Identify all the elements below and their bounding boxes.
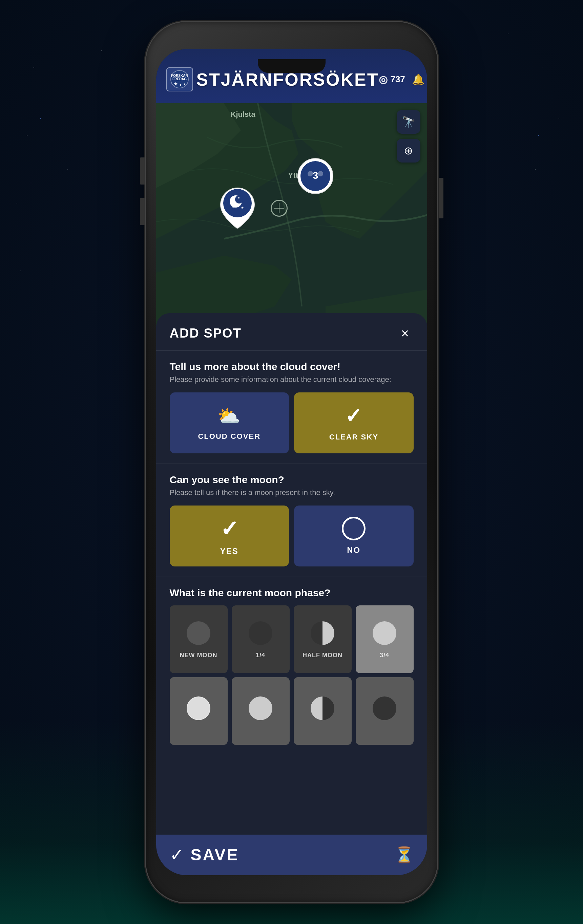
moon-no-label: NO (347, 546, 360, 555)
quarter1-moon-label: 1/4 (256, 652, 265, 659)
moon-yes-label: YES (220, 546, 238, 556)
half-moon-option[interactable]: HALF MOON (294, 606, 352, 673)
svg-text:★: ★ (231, 204, 236, 209)
location-crosshair (271, 200, 287, 217)
quarter1-moon-icon (247, 620, 274, 647)
moon-visible-section: Can you see the moon? Please tell us if … (156, 464, 427, 577)
map-controls: 🔭 ⊕ (397, 110, 420, 163)
svg-text:★: ★ (183, 82, 186, 86)
svg-text:★: ★ (174, 82, 177, 86)
power-button[interactable] (439, 178, 443, 218)
cloud-icon: ⛅ (217, 405, 241, 427)
cloud-cover-section: Tell us more about the cloud cover! Plea… (156, 351, 427, 464)
moon-phase-section: What is the current moon phase? NEW MOON (156, 577, 427, 755)
new-moon-option[interactable]: NEW MOON (170, 606, 228, 673)
header-right: ◎ 737 🔔 0 (379, 66, 427, 93)
group-pin-icon: 3 (297, 157, 334, 195)
half-moon-label: HALF MOON (302, 652, 342, 659)
moon-visible-subtitle: Please tell us if there is a moon presen… (170, 488, 414, 497)
svg-point-24 (373, 621, 396, 645)
save-label: SAVE (191, 845, 239, 864)
forskar-logo-icon: FORSKAR FREDAG ★ ★ ★ (170, 70, 189, 89)
phone-screen: FORSKAR FREDAG ★ ★ ★ STJÄRNFÖRSÖKET (156, 49, 427, 875)
save-button[interactable]: ✓ SAVE (170, 845, 239, 865)
half-waning-icon (309, 695, 336, 722)
cloud-cover-option[interactable]: ⛅ CLOUD COVER (170, 393, 289, 453)
moon-phase-question: What is the current moon phase? (170, 587, 414, 599)
group-location-pin[interactable]: 3 (297, 157, 334, 196)
svg-text:★: ★ (179, 83, 182, 87)
svg-text:3: 3 (312, 170, 318, 181)
bell-icon: 🔔 (412, 73, 424, 85)
cloud-cover-question: Tell us more about the cloud cover! (170, 361, 414, 373)
new-moon-icon (185, 620, 212, 647)
svg-point-19 (307, 171, 313, 177)
quarter3-moon-icon (371, 620, 398, 647)
svg-point-26 (187, 697, 210, 719)
quarter1-moon-option[interactable]: 1/4 (232, 606, 290, 673)
svg-point-29 (373, 696, 396, 720)
yes-check-icon: ✓ (220, 516, 238, 541)
moon-visible-toggle-group: ✓ YES NO (170, 505, 414, 566)
cloud-cover-toggle-group: ⛅ CLOUD COVER ✓ CLEAR SKY (170, 393, 414, 453)
save-bar: ✓ SAVE ⏳ (156, 835, 427, 875)
clear-sky-option[interactable]: ✓ CLEAR SKY (294, 393, 414, 453)
quarter3-waning-icon (247, 695, 274, 722)
quarter1-waning-option[interactable] (356, 677, 414, 745)
half-waning-option[interactable] (294, 677, 352, 745)
points-value: 737 (390, 74, 405, 85)
svg-point-21 (187, 621, 210, 645)
quarter3-moon-label: 3/4 (380, 652, 389, 659)
svg-text:FREDAG: FREDAG (172, 77, 186, 81)
add-spot-header: ADD SPOT × (156, 313, 427, 351)
new-moon-label: NEW MOON (180, 652, 218, 659)
clear-sky-check-icon: ✓ (345, 404, 362, 427)
quarter1-waning-icon (371, 695, 398, 722)
save-check-icon: ✓ (170, 845, 184, 865)
svg-point-20 (318, 171, 323, 177)
forskar-badge: FORSKAR FREDAG ★ ★ ★ (166, 68, 193, 91)
logo-area: FORSKAR FREDAG ★ ★ ★ (166, 68, 193, 91)
user-pin-icon: ★ ★ ★ (217, 185, 258, 229)
close-button[interactable]: × (397, 325, 414, 342)
map-area: Kjulsta Ytter ★ ★ ★ (156, 103, 427, 333)
header-stats: ◎ 737 🔔 0 (379, 66, 427, 93)
svg-point-27 (249, 696, 273, 720)
moon-phase-grid: NEW MOON 1/4 (170, 606, 414, 745)
quarter3-moon-option[interactable]: 3/4 (356, 606, 414, 673)
phone-notch (258, 59, 325, 73)
notifications-stat: 🔔 0 (412, 73, 427, 85)
points-stat: ◎ 737 (379, 73, 405, 85)
svg-text:★: ★ (241, 206, 244, 210)
map-background (156, 103, 427, 333)
volume-up-button[interactable] (140, 157, 145, 185)
points-icon: ◎ (379, 73, 388, 85)
bottom-sheet: ADD SPOT × Tell us more about the cloud … (156, 313, 427, 875)
user-location-pin[interactable]: ★ ★ ★ (217, 185, 258, 230)
hourglass-icon: ⏳ (395, 846, 414, 864)
cloud-cover-label: CLOUD COVER (198, 432, 261, 441)
map-label-kjulsta: Kjulsta (231, 110, 256, 119)
add-spot-title: ADD SPOT (170, 326, 241, 341)
cloud-cover-subtitle: Please provide some information about th… (170, 375, 414, 384)
volume-down-button[interactable] (140, 198, 145, 225)
no-circle-icon (342, 517, 365, 540)
moon-yes-option[interactable]: ✓ YES (170, 505, 289, 566)
moon-no-option[interactable]: NO (294, 505, 414, 566)
location-button[interactable]: ⊕ (397, 139, 420, 163)
quarter3-waning-option[interactable] (232, 677, 290, 745)
full-moon-option[interactable] (170, 677, 228, 745)
full-moon-icon (185, 695, 212, 722)
clear-sky-label: CLEAR SKY (329, 433, 378, 442)
binoculars-button[interactable]: 🔭 (397, 110, 420, 134)
svg-point-22 (249, 621, 273, 645)
moon-visible-question: Can you see the moon? (170, 474, 414, 485)
svg-text:★: ★ (238, 196, 240, 200)
app-header: FORSKAR FREDAG ★ ★ ★ STJÄRNFÖRSÖKET (156, 49, 427, 103)
half-moon-icon (309, 620, 336, 647)
